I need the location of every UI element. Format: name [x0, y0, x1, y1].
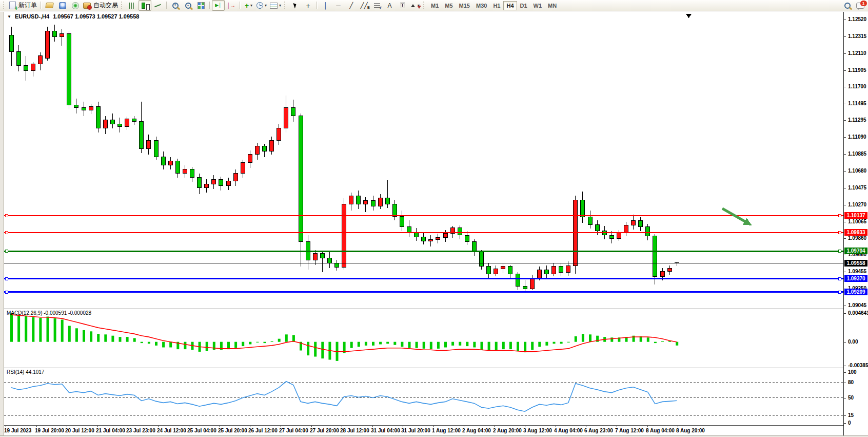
zoom-out-button[interactable]: - [182, 0, 194, 11]
text-label-button[interactable]: T [396, 0, 409, 11]
hline-handle[interactable] [5, 250, 8, 253]
hline-handle[interactable] [838, 231, 841, 234]
candle-body [392, 204, 397, 216]
price-tick-mark [844, 104, 846, 104]
candle-body [480, 252, 484, 267]
candle-body [241, 163, 245, 174]
date-tick-mark [250, 426, 250, 427]
horizontal-line-button[interactable]: ─ [332, 0, 345, 11]
market-watch-button[interactable] [43, 0, 56, 11]
candle-body [617, 233, 621, 238]
timeframe-mn[interactable]: MN [545, 1, 560, 10]
candle-body [74, 105, 78, 108]
fibonacci-icon: F [374, 3, 380, 8]
price-chart-canvas[interactable] [4, 12, 843, 309]
autotrade-button[interactable]: 自动交易 [82, 0, 120, 11]
search-icon [844, 3, 851, 9]
date-tick-label: 25 Jul 20:00 [218, 428, 247, 433]
shift-marker-icon[interactable] [686, 14, 692, 18]
hline-handle[interactable] [5, 291, 8, 293]
candle-body [53, 31, 57, 36]
price-axis[interactable]: 1.125201.123151.121101.119051.117001.114… [843, 12, 868, 435]
templates-button[interactable]: ▾ [268, 0, 283, 11]
macd-canvas[interactable] [4, 309, 843, 368]
date-tick-label: 4 Aug 04:00 [554, 428, 583, 433]
tile-windows-button[interactable] [194, 0, 207, 11]
navigator-button[interactable] [56, 0, 69, 11]
periods-button[interactable]: ▾ [255, 0, 268, 11]
rsi-panel[interactable]: RSI(14) 44.1017 [4, 368, 843, 426]
hline-handle[interactable] [838, 277, 841, 280]
timeframe-m30[interactable]: M30 [473, 1, 490, 10]
price-tick-mark [844, 36, 846, 37]
hline-handle[interactable] [5, 277, 8, 280]
timeframe-d1[interactable]: D1 [517, 1, 530, 10]
candle-body [277, 128, 281, 141]
hline-handle[interactable] [5, 231, 8, 234]
cursor-button[interactable] [289, 0, 302, 11]
channel-button[interactable]: ╱╱E [358, 0, 370, 11]
date-tick-label: 1 Aug 12:00 [432, 428, 461, 433]
macd-panel[interactable]: MACD(12,26,9) -0.000591 -0.000028 [4, 309, 843, 368]
price-tick-mark [844, 188, 846, 188]
arrows-button[interactable]: ▾ [409, 0, 422, 11]
timeframe-m5[interactable]: M5 [442, 1, 456, 10]
candle-chart-button[interactable] [139, 0, 151, 11]
hline-handle[interactable] [838, 291, 841, 293]
macd-tick-label: 0.00 [848, 339, 858, 345]
price-tick-mark [844, 53, 846, 54]
chat-button[interactable]: 1 [854, 0, 866, 11]
hline-handle[interactable] [5, 215, 8, 217]
rsi-canvas[interactable] [4, 368, 843, 425]
timeframe-m15[interactable]: M15 [456, 1, 473, 10]
price-chart-panel[interactable]: ▼ EURUSD-,H4 1.09567 1.09573 1.09527 1.0… [4, 12, 843, 309]
chart-shift-button[interactable]: │→ [225, 0, 238, 11]
line-chart-button[interactable] [151, 0, 164, 11]
hline-handle[interactable] [838, 215, 841, 217]
date-tick-label: 27 Jul 20:00 [310, 428, 339, 433]
candle-body [67, 33, 71, 105]
main-toolbar: 新订单 自动交易 + - ▶│ │→ +▾ ▾ ▾ + │ ─ ╱ ╱╱E F … [0, 0, 868, 11]
candle-body [400, 216, 404, 227]
date-tick-mark [220, 426, 220, 427]
auto-scroll-icon: ▶│ [215, 3, 222, 8]
text-button[interactable]: A [383, 0, 396, 11]
chevron-down-icon: ▾ [265, 3, 267, 8]
date-tick-mark [128, 426, 128, 427]
collapse-triangle-icon[interactable]: ▼ [7, 14, 11, 19]
toolbar-gripper [284, 2, 287, 9]
price-tick-mark [844, 272, 846, 272]
date-tick-mark [617, 426, 617, 427]
candle-body [183, 169, 187, 174]
separator [317, 2, 317, 9]
vertical-line-button[interactable]: │ [319, 0, 332, 11]
hline-handle[interactable] [838, 250, 841, 253]
price-tick-mark [844, 20, 846, 20]
date-tick-label: 8 Aug 04:00 [646, 428, 675, 433]
price-tick-mark [844, 154, 846, 155]
candle-body [559, 267, 563, 272]
new-order-button[interactable]: 新订单 [8, 0, 38, 11]
timeframe-h1[interactable]: H1 [490, 1, 503, 10]
timeframe-h4[interactable]: H4 [503, 1, 517, 10]
timeframe-w1[interactable]: W1 [530, 1, 545, 10]
rsi-tick-mark [844, 383, 846, 383]
crosshair-button[interactable]: + [302, 0, 314, 11]
fibonacci-button[interactable]: F [370, 0, 383, 11]
signals-button[interactable] [69, 0, 82, 11]
candle-body [429, 239, 433, 241]
search-button[interactable] [841, 0, 854, 11]
auto-scroll-button[interactable]: ▶│ [212, 0, 225, 11]
timeframe-m1[interactable]: M1 [428, 1, 442, 10]
indicators-button[interactable]: +▾ [242, 0, 255, 11]
candle-body [118, 124, 122, 127]
candle-body [581, 200, 585, 217]
zoom-in-button[interactable]: + [169, 0, 182, 11]
bar-chart-button[interactable] [126, 0, 139, 11]
price-tick-mark [844, 255, 846, 255]
date-axis[interactable]: 19 Jul 202319 Jul 20:0020 Jul 12:0021 Ju… [4, 426, 843, 435]
trendline-button[interactable]: ╱ [345, 0, 358, 11]
candle-body [342, 204, 346, 267]
candle-body [299, 116, 303, 242]
hline-objects[interactable] [4, 215, 843, 294]
